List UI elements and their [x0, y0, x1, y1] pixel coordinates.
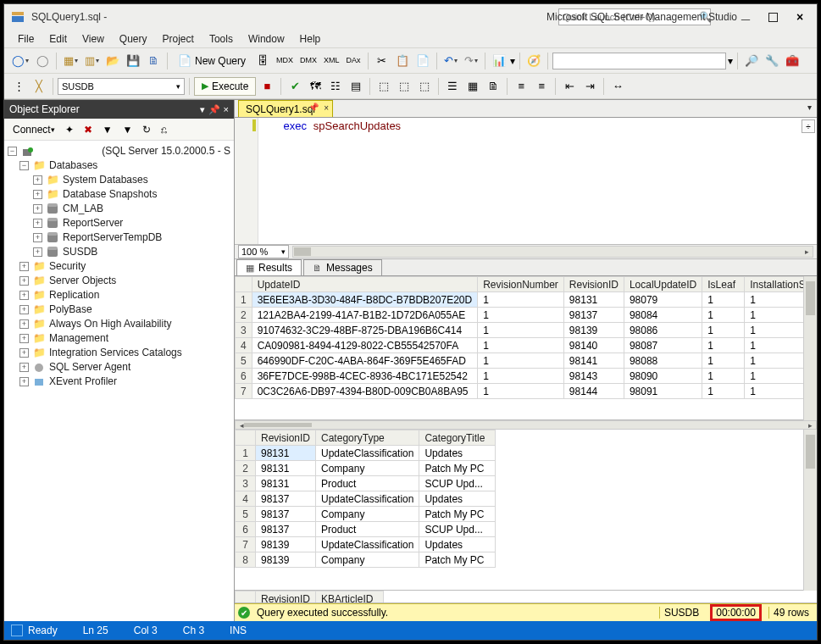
menu-file[interactable]: File: [11, 31, 41, 47]
serverobjects-node[interactable]: +📁Server Objects: [6, 274, 232, 288]
security-node[interactable]: +📁Security: [6, 259, 232, 274]
oex-refresh-icon[interactable]: ↻: [139, 123, 154, 136]
close-button[interactable]: ×: [788, 8, 812, 26]
intellisense-icon[interactable]: ▤: [347, 77, 365, 96]
open-project-button[interactable]: ▥▾: [82, 52, 102, 70]
xevent-node[interactable]: +XEvent Profiler: [6, 375, 232, 389]
execute-button[interactable]: ▶ Execute: [194, 77, 256, 96]
undo-button[interactable]: ↶▾: [441, 52, 460, 70]
tab-close-icon[interactable]: ×: [324, 103, 329, 113]
comment-icon[interactable]: ≡: [512, 77, 530, 96]
tab-sqlquery1[interactable]: SQLQuery1.sql 📌 ×: [238, 100, 333, 117]
grid1-hscrollbar[interactable]: ◂▸: [235, 420, 817, 430]
tab-pin-icon[interactable]: 📌: [308, 103, 319, 112]
tab-messages[interactable]: 🗎Messages: [303, 259, 382, 275]
minimize-button[interactable]: _: [734, 8, 757, 26]
oex-stop-icon[interactable]: ✖: [80, 123, 96, 136]
nav-fwd-button[interactable]: ◯: [33, 52, 52, 70]
am-dd[interactable]: ▾: [510, 55, 515, 67]
mdx-icon[interactable]: MDX: [274, 52, 296, 70]
oex-filter-icon[interactable]: ▼: [99, 123, 116, 136]
indent-more-icon[interactable]: ⇥: [580, 77, 599, 96]
properties-icon[interactable]: 🔧: [763, 52, 781, 70]
results-file-icon[interactable]: 🗎: [484, 77, 502, 96]
open-file-button[interactable]: 📂: [103, 52, 122, 70]
close-icon[interactable]: ×: [224, 104, 229, 115]
menu-window[interactable]: Window: [241, 31, 291, 47]
reportservertemp-node[interactable]: +ReportServerTempDB: [6, 230, 232, 245]
isc-node[interactable]: +📁Integration Services Catalogs: [6, 346, 232, 360]
client-stats-icon[interactable]: ⬚: [415, 77, 434, 96]
management-node[interactable]: +📁Management: [6, 331, 232, 346]
indent-less-icon[interactable]: ⇤: [560, 77, 579, 96]
activity-monitor-icon[interactable]: 📊: [490, 52, 508, 70]
connect-dropdown[interactable]: Connect ▾: [9, 123, 58, 136]
estimated-plan-icon[interactable]: 🗺: [306, 77, 325, 96]
uncomment-icon[interactable]: ≡: [532, 77, 551, 96]
find-in-files-icon[interactable]: 🔎: [742, 52, 761, 70]
dax-icon[interactable]: DAx: [344, 52, 363, 70]
alwayson-node[interactable]: +📁Always On High Availability: [6, 317, 232, 331]
menu-help[interactable]: Help: [293, 31, 328, 47]
results-grid-2[interactable]: RevisionIDCategoryTypeCategoryTitle19813…: [235, 430, 817, 591]
change-connection-icon[interactable]: ⋮: [9, 77, 28, 96]
database-combo[interactable]: SUSDB▾: [58, 78, 185, 95]
include-plan-icon[interactable]: ⬚: [374, 77, 393, 96]
stop-button[interactable]: ■: [258, 77, 276, 96]
split-icon[interactable]: ÷: [802, 119, 815, 133]
menu-tools[interactable]: Tools: [202, 31, 240, 47]
cut-button[interactable]: ✂: [373, 52, 391, 70]
menu-edit[interactable]: Edit: [42, 31, 74, 47]
dmx-icon[interactable]: DMX: [297, 52, 319, 70]
results-text-icon[interactable]: ☰: [443, 77, 462, 96]
object-explorer-tree[interactable]: −(SQL Server 15.0.2000.5 - S −📁Databases…: [4, 141, 234, 621]
find-box[interactable]: [552, 53, 726, 69]
databases-node[interactable]: −📁Databases: [6, 158, 232, 173]
tabstrip-dropdown-icon[interactable]: ▾: [807, 103, 812, 112]
redo-button[interactable]: ↷▾: [462, 52, 480, 70]
tab-results[interactable]: ▦Results: [236, 259, 302, 275]
snapshots-node[interactable]: +📁Database Snapshots: [6, 187, 232, 202]
dbengine-query-icon[interactable]: 🗄: [253, 52, 272, 70]
panel-menu-icon[interactable]: ▾: [200, 104, 205, 115]
new-item-button[interactable]: ▦▾: [61, 52, 80, 70]
xmla-icon[interactable]: XML: [321, 52, 342, 70]
server-node[interactable]: −(SQL Server 15.0.2000.5 - S: [6, 144, 232, 158]
oex-filter2-icon[interactable]: ▼: [119, 123, 136, 136]
oex-props-icon[interactable]: ⎌: [158, 123, 170, 136]
results-grid-1[interactable]: UpdateIDRevisionNumberRevisionIDLocalUpd…: [235, 276, 817, 420]
reportserver-node[interactable]: +ReportServer: [6, 216, 232, 230]
menu-project[interactable]: Project: [156, 31, 201, 47]
save-button[interactable]: 💾: [124, 52, 142, 70]
copy-button[interactable]: 📋: [393, 52, 412, 70]
nav-back-button[interactable]: ◯▾: [9, 52, 31, 70]
maximize-button[interactable]: [761, 8, 785, 26]
specify-values-icon[interactable]: ↔: [608, 77, 627, 96]
parse-button[interactable]: ✔: [286, 77, 304, 96]
solution-explorer-icon[interactable]: 🧭: [524, 52, 543, 70]
connection-icon[interactable]: ╳: [30, 77, 48, 96]
oex-disconnect-icon[interactable]: ✦: [62, 123, 77, 136]
paste-button[interactable]: 📄: [413, 52, 432, 70]
editor-hscrollbar[interactable]: ◂▸: [292, 246, 813, 258]
save-all-button[interactable]: 🗎: [144, 52, 163, 70]
query-options-icon[interactable]: ☷: [326, 77, 345, 96]
menu-view[interactable]: View: [75, 31, 111, 47]
replication-node[interactable]: +📁Replication: [6, 288, 232, 303]
results-grid-3[interactable]: RevisionIDKBArticleID: [235, 591, 817, 603]
polybase-node[interactable]: +📁PolyBase: [6, 303, 232, 317]
live-stats-icon[interactable]: ⬚: [395, 77, 413, 96]
sql-editor[interactable]: exec spSearchUpdates ÷: [258, 118, 817, 244]
grid2-vscrollbar[interactable]: [803, 430, 817, 591]
susdb-node[interactable]: +SUSDB: [6, 245, 232, 259]
grid1-vscrollbar[interactable]: [803, 276, 817, 420]
new-query-button[interactable]: 📄New Query: [172, 52, 252, 70]
agent-node[interactable]: +SQL Server Agent: [6, 360, 232, 375]
pin-icon[interactable]: 📌: [208, 104, 220, 115]
menu-query[interactable]: Query: [113, 31, 154, 47]
cmlab-node[interactable]: +CM_LAB: [6, 202, 232, 216]
system-databases-node[interactable]: +📁System Databases: [6, 173, 232, 187]
results-grid-icon[interactable]: ▦: [463, 77, 482, 96]
zoom-combo[interactable]: 100 %▾: [238, 245, 289, 258]
toolbox-icon[interactable]: 🧰: [783, 52, 802, 70]
